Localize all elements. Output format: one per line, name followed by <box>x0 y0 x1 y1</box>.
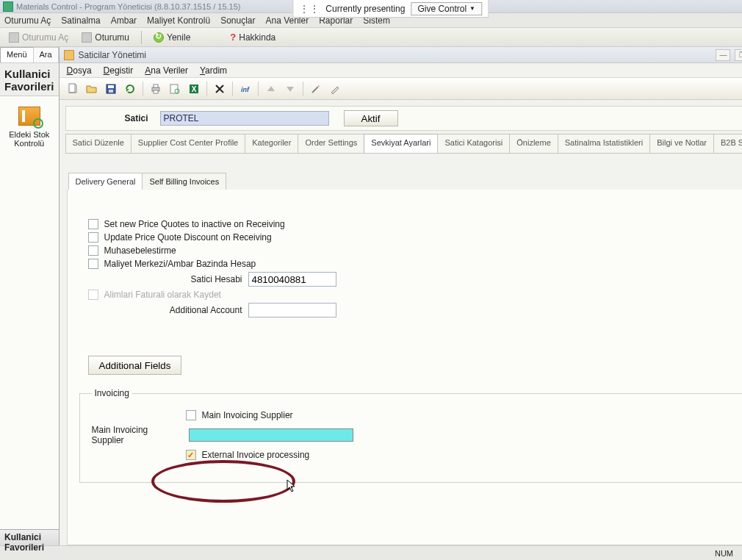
give-control-button[interactable]: Give Control ▼ <box>411 2 482 15</box>
printer-icon <box>150 83 162 95</box>
toolbar-sep <box>232 82 233 96</box>
sidebar-tab-ara[interactable]: Ara <box>33 47 59 62</box>
child-title-bar: Saticilar Yönetimi — ❐ ✕ <box>60 47 742 63</box>
invoicing-legend: Invoicing <box>92 388 132 398</box>
pencil-icon <box>329 83 341 95</box>
svg-text:inf: inf <box>241 86 250 93</box>
checkbox-icon <box>88 259 98 269</box>
child-minimize-button[interactable]: — <box>716 49 730 61</box>
child-menu-yardim[interactable]: Yardim <box>200 65 227 76</box>
chk-muhasebelestirme[interactable]: Muhasebelestirme <box>76 245 742 256</box>
tab-satici-duzenle[interactable]: Satici Düzenle <box>65 134 132 153</box>
tab-satici-katagorisi[interactable]: Satici Katagorisi <box>437 134 510 153</box>
subtab-self-billing-invoices[interactable]: Self Billing Invoices <box>142 173 226 190</box>
main-invoicing-supplier-field[interactable] <box>189 428 353 442</box>
menu-oturumu-ac[interactable]: Oturumu Aç <box>4 15 51 26</box>
chk-external-invoice-processing[interactable]: External Invoice processing <box>202 450 310 460</box>
app-title: Materials Control - Program Yöneticisi (… <box>16 2 241 11</box>
nav-up-button[interactable] <box>262 80 280 98</box>
tab-bilgi-ve-notlar[interactable]: Bilgi ve Notlar <box>649 134 714 153</box>
wand-icon <box>310 83 322 95</box>
menu-satinalma[interactable]: Satinalma <box>61 15 100 26</box>
tab-supplier-cost-center[interactable]: Supplier Cost Center Profile <box>131 134 245 153</box>
fav-item-eldeki-stok[interactable]: Eldeki Stok Kontrolü <box>0 105 59 148</box>
print-preview-button[interactable] <box>166 80 184 98</box>
print-preview-icon <box>169 83 181 95</box>
tab-order-settings[interactable]: Order Settings <box>298 134 364 153</box>
chk-update-discount[interactable]: Update Price Quote Discount on Receiving <box>76 232 742 243</box>
sidebar: Menü Ara Kullanici Favorileri Eldeki Sto… <box>0 47 60 545</box>
vendor-value-field[interactable]: PROTEL <box>160 111 329 126</box>
delete-button[interactable] <box>211 80 228 98</box>
child-menu-ana-veriler[interactable]: Ana Veriler <box>145 65 188 76</box>
satici-hesabi-input[interactable] <box>248 272 336 287</box>
child-menu-degistir[interactable]: Degistir <box>104 65 134 76</box>
info-button[interactable]: inf <box>237 80 254 98</box>
login-icon <box>9 32 19 43</box>
svg-rect-2 <box>108 85 114 88</box>
folder-open-icon <box>86 83 98 95</box>
additional-fields-button[interactable]: Additional Fields <box>88 356 182 375</box>
chk-label: Muhasebelestirme <box>104 245 176 256</box>
btn-yenile[interactable]: Yenile <box>149 32 195 43</box>
open-button[interactable] <box>83 80 101 98</box>
aktif-button[interactable]: Aktif <box>344 110 398 126</box>
new-button[interactable] <box>64 80 82 98</box>
chevron-down-icon: ▼ <box>469 5 475 12</box>
menu-sonuclar[interactable]: Sonuçlar <box>220 15 255 26</box>
tab-satinalma-istatistikleri[interactable]: Satinalma Istatistikleri <box>558 134 650 153</box>
fav-item-label: Eldeki Stok Kontrolü <box>0 130 59 148</box>
svg-rect-0 <box>69 84 75 93</box>
main-invoicing-supplier-label: Main Invoicing Supplier <box>92 425 183 445</box>
status-num-indicator: NUM <box>715 549 733 558</box>
child-menu: Dosya Degistir Ana Veriler Yardim <box>60 63 742 78</box>
stock-control-icon <box>17 105 42 127</box>
vendor-label: Satici <box>75 113 148 123</box>
chk-main-invoicing-supplier[interactable]: Main Invoicing Supplier <box>202 410 293 420</box>
excel-button[interactable]: X <box>185 80 203 98</box>
sidebar-body: Eldeki Stok Kontrolü <box>0 96 59 529</box>
child-restore-button[interactable]: ❐ <box>735 49 742 61</box>
edit-button[interactable] <box>326 80 344 98</box>
chk-inactive-on-receiving[interactable]: Set new Price Quotes to inactive on Rece… <box>76 219 742 229</box>
additional-account-input[interactable] <box>248 303 336 317</box>
tab-kategoriler[interactable]: Kategoriler <box>245 134 298 153</box>
wand-button[interactable] <box>307 80 325 98</box>
chk-label: Set new Price Quotes to inactive on Rece… <box>104 219 285 229</box>
btn-oturumu-kapat[interactable]: Oturumu <box>77 32 134 43</box>
info-icon: inf <box>239 83 251 95</box>
drag-dots-icon: ⋮⋮ <box>299 4 320 14</box>
svg-rect-5 <box>154 85 158 87</box>
sidebar-tab-menu[interactable]: Menü <box>0 47 34 62</box>
subtab-delivery-general[interactable]: Delivery General <box>68 173 143 190</box>
delete-x-icon <box>214 83 226 95</box>
save-button[interactable] <box>102 80 120 98</box>
toolbar-divider <box>141 31 142 44</box>
child-menu-dosya[interactable]: Dosya <box>67 65 92 76</box>
nav-down-button[interactable] <box>281 80 299 98</box>
checkbox-icon <box>88 232 98 243</box>
btn-hakkinda[interactable]: ? Hakkinda <box>226 32 280 43</box>
tab-onizleme[interactable]: Önizleme <box>509 134 558 153</box>
vendor-mgmt-icon <box>64 50 74 60</box>
checkbox-icon <box>88 245 98 256</box>
print-button[interactable] <box>147 80 165 98</box>
svg-text:X: X <box>191 85 196 93</box>
child-window-title: Saticilar Yönetimi <box>79 50 146 60</box>
delivery-general-panel: Set new Price Quotes to inactive on Rece… <box>67 190 742 545</box>
tab-sevkiyat-ayarlari[interactable]: Sevkiyat Ayarlari <box>364 134 438 153</box>
chk-label: Update Price Quote Discount on Receiving <box>104 232 272 243</box>
chk-alim-faturali: Alimlari Faturali olarak Kaydet <box>76 290 742 300</box>
help-icon: ? <box>230 32 236 43</box>
menu-ambar[interactable]: Ambar <box>111 15 137 26</box>
refresh-button[interactable] <box>121 80 139 98</box>
chk-maliyet-merkezi[interactable]: Maliyet Merkezi/Ambar Bazinda Hesap <box>76 259 742 269</box>
sidebar-bottom-bar[interactable]: Kullanici Favorileri <box>0 529 59 545</box>
toolbar-sep <box>303 82 303 96</box>
menu-maliyet-kontrolu[interactable]: Maliyet Kontrolü <box>147 15 210 26</box>
btn-oturumu-ac-label: Oturumu Aç <box>22 32 68 43</box>
checkbox-icon <box>88 290 98 300</box>
btn-oturumu-ac[interactable]: Oturumu Aç <box>4 32 73 43</box>
satici-hesabi-label: Satici Hesabi <box>88 274 242 284</box>
tab-b2b-set[interactable]: B2B Set <box>713 134 742 153</box>
